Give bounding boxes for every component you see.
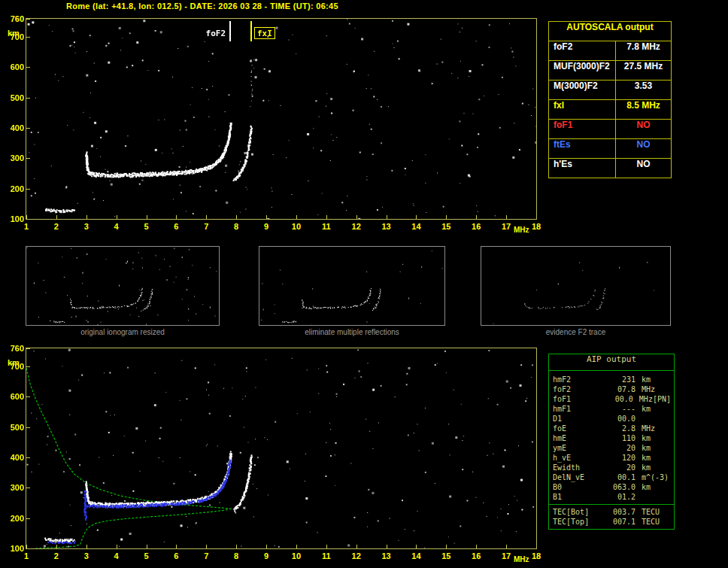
- aip-row-B0: B0063.0km: [549, 482, 674, 492]
- top-x-unit-label: MHz: [514, 226, 529, 234]
- top-ionogram-xtick-14: 14: [409, 222, 423, 231]
- aip-param-value: 07.8: [605, 384, 635, 394]
- autoscala-row-foF2: foF27.8 MHz: [549, 41, 671, 61]
- autoscala-param-value: NO: [616, 120, 671, 138]
- aip-param-label: foF1: [553, 394, 604, 404]
- bottom-x-unit-label: MHz: [514, 555, 529, 563]
- panel-evidence-f2-trace-canvas: [481, 247, 670, 325]
- top-ionogram-ytick-400: 400: [3, 123, 24, 132]
- top-ionogram-xtick-6: 6: [169, 222, 183, 231]
- bottom-ionogram-ytick-760: 760: [3, 344, 24, 353]
- aip-param-value: 231: [605, 375, 635, 384]
- aip-param-label: hmF1: [553, 404, 605, 414]
- autoscala-param-label: h'Es: [549, 159, 616, 178]
- autoscala-param-label: M(3000)F2: [549, 80, 616, 99]
- autoscala-output-table: AUTOSCALA outputfoF27.8 MHzMUF(3000)F227…: [548, 21, 672, 178]
- panel-evidence-f2-trace: [481, 246, 671, 326]
- bottom-ionogram-xtick-17: 17: [499, 551, 513, 560]
- aip-param-label: TEC[Bot]: [553, 507, 605, 517]
- bottom-ionogram-xtick-9: 9: [259, 551, 273, 560]
- autoscala-param-label: ftEs: [549, 139, 616, 158]
- aip-param-value: 007.1: [605, 517, 635, 527]
- autoscala-row-h'Es: h'EsNO: [549, 159, 671, 178]
- top-ionogram-xtick-3: 3: [80, 222, 93, 231]
- bottom-ionogram-xtick-4: 4: [110, 551, 123, 560]
- autoscala-param-value: NO: [616, 139, 671, 158]
- aip-row-Ewidth: Ewidth20km: [549, 463, 674, 472]
- aip-param-unit: km: [642, 375, 651, 384]
- bottom-ionogram-ytick-500: 500: [3, 423, 24, 432]
- aip-param-value: 20: [605, 463, 635, 472]
- bottom-ionogram-xtick-16: 16: [469, 551, 483, 560]
- aip-param-unit: km: [642, 433, 651, 443]
- aip-param-value: 063.0: [605, 482, 635, 492]
- aip-param-value: ---: [605, 404, 635, 414]
- aip-param-label: foE: [553, 424, 605, 433]
- panel-original-ionogram: [26, 246, 220, 326]
- aip-param-value: 20: [605, 443, 635, 453]
- bottom-ionogram-canvas: [26, 348, 536, 548]
- aip-row-foF1: foF100.0MHz[PN]: [549, 394, 674, 404]
- aip-param-label: B1: [553, 492, 605, 502]
- top-ionogram-ytick-600: 600: [3, 62, 24, 71]
- aip-param-unit: km: [642, 463, 651, 472]
- bottom-ionogram-xtick-8: 8: [229, 551, 243, 560]
- bottom-ionogram-xtick-2: 2: [50, 551, 63, 560]
- top-ionogram-xtick-12: 12: [350, 222, 363, 231]
- bottom-ionogram-ytick-300: 300: [3, 483, 24, 492]
- bottom-ionogram-xtick-6: 6: [169, 551, 183, 560]
- bottom-ionogram-xtick-7: 7: [199, 551, 213, 560]
- aip-row-hmE: hmE110km: [549, 433, 674, 443]
- autoscala-param-label: foF1: [549, 120, 616, 138]
- aip-param-unit: MHz: [642, 424, 655, 433]
- bottom-ionogram-xtick-3: 3: [80, 551, 93, 560]
- top-ionogram-ytick-500: 500: [3, 93, 24, 102]
- top-ionogram-canvas: [26, 19, 536, 219]
- autoscala-row-M(3000)F2: M(3000)F23.53: [549, 80, 671, 100]
- aip-param-unit: km: [642, 482, 651, 492]
- aip-param-value: 01.2: [605, 492, 635, 502]
- bottom-ionogram-plot: [26, 348, 537, 549]
- aip-param-value: 003.7: [605, 507, 635, 517]
- autoscala-row-MUF(3000)F2: MUF(3000)F227.5 MHz: [549, 61, 671, 80]
- top-ionogram-xtick-9: 9: [259, 222, 273, 231]
- aip-param-label: foF2: [553, 384, 605, 394]
- aip-table-header: AIP output: [549, 354, 674, 371]
- bottom-ionogram-ytick-700: 700: [3, 362, 24, 371]
- bottom-ionogram-xtick-15: 15: [439, 551, 453, 560]
- aip-param-value: 00.0: [605, 414, 635, 424]
- top-ionogram-xtick-7: 7: [199, 222, 213, 231]
- top-ionogram-xtick-4: 4: [110, 222, 123, 231]
- top-ionogram-xtick-11: 11: [320, 222, 333, 231]
- aip-param-unit: MHz: [642, 384, 655, 394]
- top-ionogram-plot: [26, 18, 537, 220]
- top-ionogram-xtick-8: 8: [229, 222, 243, 231]
- top-ionogram-xtick-15: 15: [439, 222, 453, 231]
- autoscala-param-value: 27.5 MHz: [616, 61, 671, 80]
- aip-row-foF2: foF207.8MHz: [549, 384, 674, 394]
- top-ionogram-xtick-1: 1: [20, 222, 33, 231]
- top-ionogram-xtick-5: 5: [140, 222, 153, 231]
- aip-param-unit: TECU: [642, 507, 660, 517]
- aip-row-hmF2: hmF2231km: [549, 375, 674, 384]
- autoscala-param-value: 8.5 MHz: [616, 100, 671, 119]
- autoscala-param-label: foF2: [549, 41, 616, 60]
- aip-param-label: hmF2: [553, 375, 605, 384]
- autoscala-table-header: AUTOSCALA output: [549, 22, 671, 41]
- bottom-ionogram-xtick-10: 10: [290, 551, 303, 560]
- panel-caption-eliminate: eliminate multiple reflections: [259, 328, 445, 336]
- bottom-ionogram-ytick-600: 600: [3, 392, 24, 401]
- top-ionogram-xtick-16: 16: [469, 222, 483, 231]
- aip-row-D1: D100.0: [549, 414, 674, 424]
- aip-param-label: D1: [553, 414, 605, 424]
- top-ionogram-xtick-2: 2: [50, 222, 63, 231]
- aip-row-h_vE: h_vE120km: [549, 453, 674, 463]
- autoscala-param-value: 7.8 MHz: [616, 41, 671, 60]
- autoscala-param-label: MUF(3000)F2: [549, 61, 616, 80]
- aip-param-unit: km: [642, 453, 651, 463]
- aip-param-label: h_vE: [553, 453, 605, 463]
- aip-param-label: hmE: [553, 433, 605, 443]
- panel-caption-evidence: evidence F2 trace: [481, 328, 671, 336]
- bottom-ionogram-xtick-1: 1: [20, 551, 33, 560]
- aip-output-table: AIP outputhmF2231kmfoF207.8MHzfoF100.0MH…: [548, 354, 675, 530]
